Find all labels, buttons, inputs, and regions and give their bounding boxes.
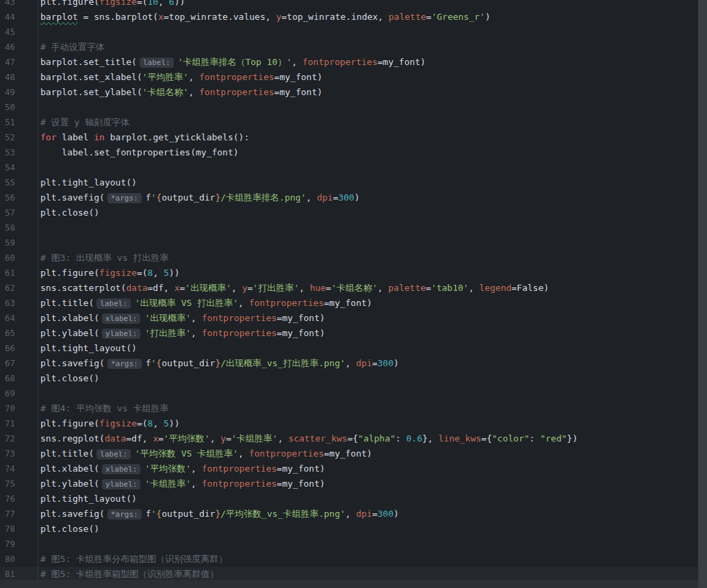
line-number[interactable]: 51 bbox=[0, 115, 15, 130]
line-number[interactable]: 46 bbox=[0, 40, 15, 55]
line-number[interactable]: 48 bbox=[0, 70, 15, 85]
code-line-72[interactable]: sns.regplot(data=df, x='平均张数', y='卡组胜率',… bbox=[40, 431, 698, 446]
line-number[interactable]: 49 bbox=[0, 85, 15, 100]
code-token: '出现概率' bbox=[144, 313, 191, 323]
line-number[interactable]: 44 bbox=[0, 10, 15, 25]
code-line-44[interactable]: barplot = sns.barplot(x=top_winrate.valu… bbox=[40, 10, 698, 25]
code-line-48[interactable]: barplot.set_xlabel('平均胜率', fontpropertie… bbox=[40, 70, 698, 85]
code-line-70[interactable]: # 图4: 平均张数 vs 卡组胜率 bbox=[40, 401, 698, 416]
code-token: = bbox=[158, 433, 164, 444]
code-line-65[interactable]: plt.ylabel(ylabel:'打出胜率', fontproperties… bbox=[40, 326, 698, 341]
line-number[interactable]: 70 bbox=[0, 401, 15, 416]
code-token: =my_font) bbox=[274, 72, 322, 82]
line-number[interactable]: 57 bbox=[0, 205, 15, 220]
code-token: , bbox=[346, 358, 357, 368]
code-token: /出现概率_vs_打出胜率.png' bbox=[220, 358, 345, 368]
line-number[interactable]: 61 bbox=[0, 266, 15, 281]
code-line-75[interactable]: plt.ylabel(ylabel:'卡组胜率', fontproperties… bbox=[40, 476, 698, 491]
code-line-73[interactable]: plt.title(label:'平均张数 VS 卡组胜率', fontprop… bbox=[40, 446, 698, 461]
code-line-76[interactable]: plt.tight_layout() bbox=[40, 491, 698, 507]
inlay-hint: label: bbox=[97, 298, 131, 309]
line-number[interactable]: 76 bbox=[0, 491, 15, 507]
line-number[interactable]: 75 bbox=[0, 476, 15, 491]
code-line-53[interactable]: label.set_fontproperties(my_font) bbox=[40, 145, 698, 160]
line-number[interactable]: 65 bbox=[0, 326, 15, 341]
code-line-74[interactable]: plt.xlabel(xlabel:'平均张数', fontproperties… bbox=[40, 461, 698, 476]
code-line-66[interactable]: plt.tight_layout() bbox=[40, 341, 698, 356]
code-line-56[interactable]: plt.savefig(*args:f'{output_dir}/卡组胜率排名.… bbox=[40, 190, 698, 205]
line-number[interactable]: 50 bbox=[0, 100, 15, 115]
line-number[interactable]: 77 bbox=[0, 507, 15, 522]
code-token: dpi bbox=[317, 192, 333, 203]
code-line-79[interactable] bbox=[40, 537, 698, 552]
code-token: "color" bbox=[492, 433, 530, 444]
scrollbar[interactable] bbox=[698, 0, 707, 588]
line-number[interactable]: 74 bbox=[0, 461, 15, 476]
line-number[interactable]: 68 bbox=[0, 371, 15, 386]
code-token: barplot.set_xlabel( bbox=[40, 72, 142, 82]
line-number[interactable]: 47 bbox=[0, 55, 15, 70]
warning-underlined-token: barplot bbox=[40, 12, 78, 22]
line-number[interactable]: 59 bbox=[0, 235, 15, 251]
code-line-78[interactable]: plt.close() bbox=[40, 522, 698, 537]
line-number[interactable]: 72 bbox=[0, 431, 15, 446]
code-line-63[interactable]: plt.title(label:'出现概率 VS 打出胜率', fontprop… bbox=[40, 296, 698, 311]
line-number[interactable]: 62 bbox=[0, 281, 15, 296]
line-number[interactable]: 73 bbox=[0, 446, 15, 461]
code-token: =top_winrate.index, bbox=[281, 12, 389, 22]
code-line-54[interactable] bbox=[40, 160, 698, 175]
line-number[interactable]: 64 bbox=[0, 311, 15, 326]
code-token: '卡组胜率排名（Top 10）' bbox=[178, 57, 292, 67]
code-line-64[interactable]: plt.xlabel(xlabel:'出现概率', fontproperties… bbox=[40, 311, 698, 326]
code-line-45[interactable] bbox=[40, 25, 698, 40]
line-number[interactable]: 80 bbox=[0, 552, 15, 567]
line-number[interactable]: 58 bbox=[0, 220, 15, 235]
code-line-47[interactable]: barplot.set_title(label:'卡组胜率排名（Top 10）'… bbox=[40, 55, 698, 70]
line-number[interactable]: 53 bbox=[0, 145, 15, 160]
code-token: fontproperties bbox=[199, 87, 274, 97]
code-line-61[interactable]: plt.figure(figsize=(8, 5)) bbox=[40, 266, 698, 281]
code-line-77[interactable]: plt.savefig(*args:f'{output_dir}/平均张数_vs… bbox=[40, 507, 698, 522]
line-number[interactable]: 60 bbox=[0, 251, 15, 266]
line-number[interactable]: 66 bbox=[0, 341, 15, 356]
code-line-60[interactable]: # 图3: 出现概率 vs 打出胜率 bbox=[40, 251, 698, 266]
code-line-69[interactable] bbox=[40, 386, 698, 401]
code-line-68[interactable]: plt.close() bbox=[40, 371, 698, 386]
code-token: plt.savefig( bbox=[40, 192, 105, 203]
code-line-57[interactable]: plt.close() bbox=[40, 205, 698, 220]
code-line-80[interactable]: # 图5: 卡组胜率分布箱型图（识别强度离群） bbox=[40, 552, 698, 567]
code-token: )) bbox=[169, 268, 180, 278]
line-number[interactable]: 52 bbox=[0, 130, 15, 145]
line-number[interactable]: 56 bbox=[0, 190, 15, 205]
code-token: x bbox=[175, 283, 180, 293]
line-number[interactable]: 79 bbox=[0, 537, 15, 552]
code-line-71[interactable]: plt.figure(figsize=(8, 5)) bbox=[40, 416, 698, 431]
line-number[interactable]: 67 bbox=[0, 356, 15, 371]
line-number[interactable]: 63 bbox=[0, 296, 15, 311]
line-number[interactable]: 43 bbox=[0, 0, 15, 10]
code-line-49[interactable]: barplot.set_ylabel('卡组名称', fontpropertie… bbox=[40, 85, 698, 100]
code-line-46[interactable]: # 手动设置字体 bbox=[40, 40, 698, 55]
code-line-59[interactable] bbox=[40, 235, 698, 251]
code-token: plt.figure( bbox=[40, 0, 99, 7]
line-number[interactable]: 45 bbox=[0, 25, 15, 40]
code-token: , bbox=[188, 72, 199, 82]
line-number[interactable]: 78 bbox=[0, 522, 15, 537]
code-line-51[interactable]: # 设置 y 轴刻度字体 bbox=[40, 115, 698, 130]
code-line-58[interactable] bbox=[40, 220, 698, 235]
code-line-50[interactable] bbox=[40, 100, 698, 115]
code-line-67[interactable]: plt.savefig(*args:f'{output_dir}/出现概率_vs… bbox=[40, 356, 698, 371]
code-token: '卡组胜率' bbox=[231, 433, 278, 444]
line-number[interactable]: 71 bbox=[0, 416, 15, 431]
code-line-55[interactable]: plt.tight_layout() bbox=[40, 175, 698, 190]
code-token: plt.ylabel( bbox=[40, 328, 99, 338]
code-token: barplot.set_ylabel( bbox=[40, 87, 142, 97]
code-line-62[interactable]: sns.scatterplot(data=df, x='出现概率', y='打出… bbox=[40, 281, 698, 296]
code-lines[interactable]: plt.figure(figsize=(10, 6))barplot = sns… bbox=[40, 0, 698, 582]
code-line-43[interactable]: plt.figure(figsize=(10, 6)) bbox=[40, 0, 698, 10]
line-number[interactable]: 69 bbox=[0, 386, 15, 401]
code-token: "red" bbox=[540, 433, 567, 444]
line-number[interactable]: 55 bbox=[0, 175, 15, 190]
line-number[interactable]: 54 bbox=[0, 160, 15, 175]
code-line-52[interactable]: for label in barplot.get_yticklabels(): bbox=[40, 130, 698, 145]
